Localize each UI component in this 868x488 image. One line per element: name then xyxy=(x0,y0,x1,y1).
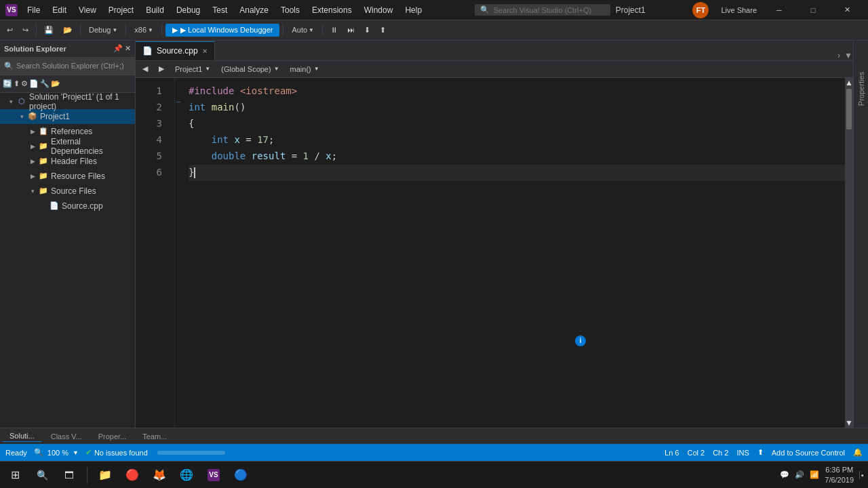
settings-button[interactable]: ⚙ xyxy=(21,79,28,88)
start-button[interactable]: ⊞ xyxy=(3,463,27,487)
brace-close: } xyxy=(189,165,194,180)
taskbar-unknown-2[interactable]: 🔵 xyxy=(229,463,253,487)
live-share-button[interactable]: Live Share xyxy=(717,5,761,16)
source-files-label: Source Files xyxy=(51,186,96,196)
tree-header-files[interactable]: ▶ 📁 Header Files xyxy=(0,154,135,169)
project-icon: 📦 xyxy=(27,111,38,122)
menu-test[interactable]: Test xyxy=(207,4,233,16)
menu-project[interactable]: Project xyxy=(103,4,139,16)
open-button[interactable]: 📂 xyxy=(59,24,77,36)
taskbar-firefox[interactable]: 🦊 xyxy=(147,463,172,487)
notifications-icon[interactable]: 🔔 xyxy=(853,448,863,457)
menu-debug[interactable]: Debug xyxy=(171,4,205,16)
nav-scope-dropdown[interactable]: (Global Scope) ▼ xyxy=(217,64,283,75)
tab-list-button[interactable]: ▼ xyxy=(844,51,853,60)
search-button[interactable]: 🔍 xyxy=(30,463,54,487)
tab-scroll-right[interactable]: › xyxy=(834,51,844,60)
tree-resource-files[interactable]: ▶ 📁 Resource Files xyxy=(0,169,135,184)
nav-back-button[interactable]: ◀ xyxy=(138,63,152,75)
redo-button[interactable]: ↪ xyxy=(18,24,33,36)
tab-close-button[interactable]: ✕ xyxy=(202,47,208,55)
global-search-input[interactable] xyxy=(494,6,605,14)
status-ready[interactable]: Ready xyxy=(5,449,27,457)
breakpoint-button[interactable]: ⏸ xyxy=(326,24,342,35)
show-desktop-button[interactable]: ▪ xyxy=(859,471,865,479)
solution-search-input[interactable] xyxy=(16,62,131,70)
collapse-all-button[interactable]: ⬆ xyxy=(14,79,20,88)
tree-source-cpp[interactable]: 📄 Source.cpp xyxy=(0,199,135,214)
clock-display[interactable]: 6:36 PM 7/6/2019 xyxy=(825,465,854,485)
tree-external-deps[interactable]: ▶ 📁 External Dependencies xyxy=(0,139,135,154)
open-folder-button[interactable]: 📂 xyxy=(51,79,60,88)
tab-source-cpp[interactable]: 📄 Source.cpp ✕ xyxy=(136,41,215,60)
platform-dropdown[interactable]: x86 ▼ xyxy=(130,24,158,36)
show-all-files-button[interactable]: 📄 xyxy=(29,79,39,88)
notification-icon[interactable]: 💬 xyxy=(780,470,789,479)
status-line[interactable]: Ln 6 xyxy=(665,449,679,457)
source-control-icon: ⬆ xyxy=(757,448,764,457)
scroll-thumb[interactable] xyxy=(846,89,852,129)
code-content[interactable]: #include <iostream> int main () { xyxy=(182,78,845,428)
vertical-scrollbar[interactable]: ▲ ▼ xyxy=(845,78,853,428)
line-num-3: 3 xyxy=(141,116,167,132)
scroll-up-button[interactable]: ▲ xyxy=(845,78,853,87)
nav-function-dropdown[interactable]: main() ▼ xyxy=(286,64,323,75)
volume-icon[interactable]: 🔊 xyxy=(795,470,804,479)
step-over-button[interactable]: ⏭ xyxy=(343,24,359,35)
refresh-button[interactable]: 🔄 xyxy=(3,79,12,88)
close-panel-button[interactable]: ✕ xyxy=(125,44,131,53)
status-col[interactable]: Col 2 xyxy=(687,449,705,457)
undo-button[interactable]: ↩ xyxy=(3,24,17,36)
notification-dot[interactable]: i xyxy=(575,336,586,346)
collapse-icon-line2[interactable]: ─ xyxy=(175,94,182,110)
scroll-down-button[interactable]: ▼ xyxy=(845,418,853,428)
status-source-control[interactable]: Add to Source Control xyxy=(772,449,845,457)
close-button[interactable]: ✕ xyxy=(831,0,863,20)
menu-extensions[interactable]: Extensions xyxy=(307,4,357,16)
code-editor[interactable]: 1 2 3 4 5 6 ─ xyxy=(136,78,853,428)
menu-edit[interactable]: Edit xyxy=(47,4,72,16)
tree-solution[interactable]: ▾ ⬡ Solution 'Project1' (1 of 1 project) xyxy=(0,94,135,109)
header-files-label: Header Files xyxy=(51,157,97,166)
pin-button[interactable]: 📌 xyxy=(113,44,123,53)
nav-forward-button[interactable]: ▶ xyxy=(155,63,168,75)
bottom-tab-class[interactable]: Class V... xyxy=(44,431,89,442)
bottom-tab-properties[interactable]: Proper... xyxy=(92,431,134,442)
status-no-issues[interactable]: No issues found xyxy=(94,449,148,457)
debug-config-dropdown[interactable]: Debug ▼ xyxy=(84,24,122,36)
status-issues: ✔ No issues found xyxy=(85,448,148,457)
toolbar-separator-3 xyxy=(125,24,126,36)
step-out-button[interactable]: ⬆ xyxy=(376,24,390,36)
menu-analyze[interactable]: Analyze xyxy=(234,4,274,16)
taskbar-unknown-1[interactable]: 🌐 xyxy=(174,463,199,487)
save-button[interactable]: 💾 xyxy=(40,24,58,36)
network-icon[interactable]: 📶 xyxy=(810,470,819,479)
auto-dropdown[interactable]: Auto ▼ xyxy=(287,24,319,36)
menu-view[interactable]: View xyxy=(73,4,102,16)
taskbar-vs[interactable]: VS xyxy=(201,463,226,487)
taskbar-file-explorer[interactable]: 📁 xyxy=(93,463,117,487)
taskview-button[interactable]: 🗖 xyxy=(57,463,81,487)
status-ins[interactable]: INS xyxy=(736,449,749,457)
menu-build[interactable]: Build xyxy=(140,4,170,16)
step-into-button[interactable]: ⬇ xyxy=(360,24,374,36)
nav-project-dropdown[interactable]: Project1 ▼ xyxy=(171,64,214,75)
tree-project[interactable]: ▾ 📦 Project1 xyxy=(0,109,135,124)
menu-help[interactable]: Help xyxy=(399,4,427,16)
bottom-tab-team[interactable]: Team... xyxy=(136,431,174,442)
minimize-button[interactable]: ─ xyxy=(764,0,795,20)
status-zoom[interactable]: 100 % xyxy=(47,449,68,457)
tree-source-files[interactable]: ▾ 📁 Source Files xyxy=(0,184,135,199)
properties-tab[interactable]: Properties xyxy=(856,68,867,110)
taskbar-chrome[interactable]: 🔴 xyxy=(120,463,144,487)
menu-file[interactable]: File xyxy=(22,4,45,16)
maximize-button[interactable]: □ xyxy=(797,0,829,20)
line-num-6: 6 xyxy=(141,165,167,181)
status-ch[interactable]: Ch 2 xyxy=(713,449,728,457)
menu-window[interactable]: Window xyxy=(359,4,399,16)
run-button[interactable]: ▶ ▶ Local Windows Debugger xyxy=(165,24,279,37)
resource-files-icon: 📁 xyxy=(38,171,49,182)
bottom-tab-solution[interactable]: Soluti... xyxy=(3,430,41,442)
menu-tools[interactable]: Tools xyxy=(275,4,305,16)
properties-button[interactable]: 🔧 xyxy=(40,79,50,88)
